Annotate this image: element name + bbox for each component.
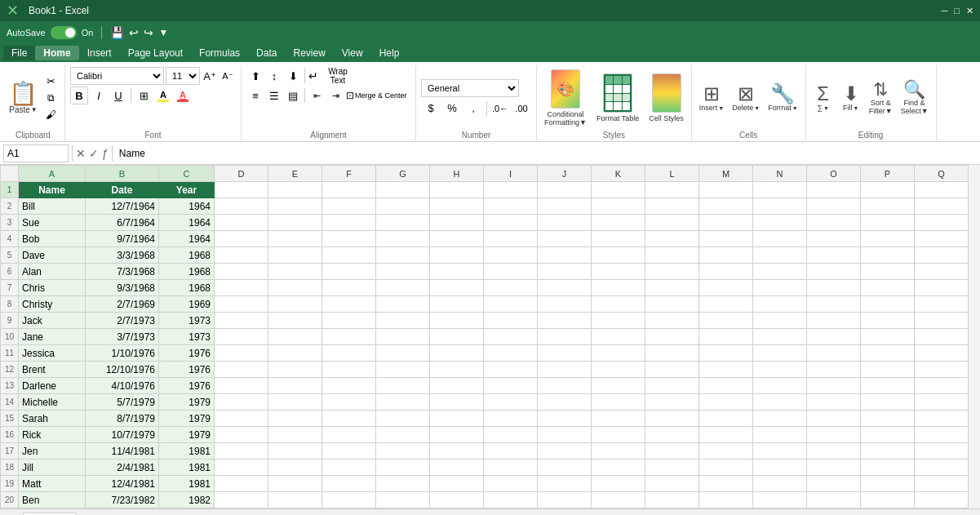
cell-empty[interactable]: [268, 394, 322, 411]
cell-empty[interactable]: [538, 427, 592, 443]
format-table-button[interactable]: Format Table: [594, 71, 641, 125]
cell-year[interactable]: 1979: [159, 394, 215, 411]
cell-date[interactable]: 8/7/1979: [86, 411, 159, 427]
cell-empty[interactable]: [699, 198, 753, 215]
cell-empty[interactable]: [484, 427, 538, 443]
cell-empty[interactable]: [592, 296, 645, 313]
cell-empty[interactable]: [807, 231, 861, 247]
cell-empty[interactable]: [861, 215, 915, 231]
fill-color-button[interactable]: A: [154, 87, 172, 104]
cell-empty[interactable]: [699, 427, 753, 443]
cell-empty[interactable]: [322, 329, 376, 345]
cell-date[interactable]: 1/10/1976: [86, 345, 159, 362]
cell-empty[interactable]: [322, 264, 376, 280]
bold-button[interactable]: B: [70, 87, 88, 104]
cell-name[interactable]: Sue: [19, 215, 86, 231]
cell-empty[interactable]: [915, 427, 969, 443]
cell-empty[interactable]: [430, 460, 484, 476]
cell-empty[interactable]: [484, 378, 538, 394]
cell-empty[interactable]: [861, 247, 915, 264]
cell-name[interactable]: Christy: [19, 296, 86, 313]
cell-empty[interactable]: [645, 231, 699, 247]
cell-empty[interactable]: [376, 460, 430, 476]
col-header-g[interactable]: G: [376, 166, 430, 182]
cell-empty[interactable]: [592, 411, 645, 427]
cell-date[interactable]: 9/3/1968: [86, 280, 159, 296]
cell-empty[interactable]: [807, 492, 861, 508]
cell-empty[interactable]: [484, 280, 538, 296]
cell-empty[interactable]: [807, 264, 861, 280]
cell-empty[interactable]: [376, 345, 430, 362]
cell-empty[interactable]: [807, 394, 861, 411]
cell-name[interactable]: Brent: [19, 362, 86, 378]
cell-empty[interactable]: [753, 460, 807, 476]
cell-empty[interactable]: [376, 329, 430, 345]
cell-empty[interactable]: [753, 198, 807, 215]
cell-date[interactable]: 3/7/1973: [86, 329, 159, 345]
cell-empty[interactable]: [322, 411, 376, 427]
cell-empty[interactable]: [215, 215, 268, 231]
col-header-c[interactable]: C: [159, 166, 215, 182]
col-header-b[interactable]: B: [86, 166, 159, 182]
cell-empty[interactable]: [645, 182, 699, 198]
cell-date[interactable]: 7/23/1982: [86, 492, 159, 508]
cell-empty[interactable]: [861, 264, 915, 280]
cell-empty[interactable]: [861, 231, 915, 247]
cell-empty[interactable]: [484, 296, 538, 313]
cell-empty[interactable]: [753, 394, 807, 411]
cell-empty[interactable]: [699, 492, 753, 508]
cell-empty[interactable]: [430, 378, 484, 394]
number-format-select[interactable]: General: [421, 79, 519, 97]
col-header-d[interactable]: D: [215, 166, 268, 182]
menu-data[interactable]: Data: [248, 46, 285, 60]
borders-button[interactable]: ⊞: [135, 87, 153, 104]
cell-date[interactable]: Date: [86, 182, 159, 198]
cell-year[interactable]: 1979: [159, 411, 215, 427]
cell-empty[interactable]: [215, 313, 268, 329]
cell-empty[interactable]: [807, 198, 861, 215]
cell-empty[interactable]: [376, 394, 430, 411]
save-button[interactable]: 💾: [110, 26, 124, 39]
cell-empty[interactable]: [430, 182, 484, 198]
cell-empty[interactable]: [484, 411, 538, 427]
cell-empty[interactable]: [538, 460, 592, 476]
cell-empty[interactable]: [753, 378, 807, 394]
cell-empty[interactable]: [215, 345, 268, 362]
cell-empty[interactable]: [645, 460, 699, 476]
cancel-formula-button[interactable]: ✕: [76, 147, 86, 160]
cell-empty[interactable]: [861, 313, 915, 329]
cell-empty[interactable]: [807, 182, 861, 198]
cell-empty[interactable]: [753, 264, 807, 280]
cell-empty[interactable]: [915, 313, 969, 329]
cell-empty[interactable]: [376, 443, 430, 460]
cell-name[interactable]: Darlene: [19, 378, 86, 394]
cell-year[interactable]: Year: [159, 182, 215, 198]
currency-button[interactable]: $: [421, 100, 441, 118]
cell-empty[interactable]: [484, 182, 538, 198]
cell-year[interactable]: 1981: [159, 476, 215, 492]
cell-empty[interactable]: [699, 313, 753, 329]
cell-date[interactable]: 5/7/1979: [86, 394, 159, 411]
cell-empty[interactable]: [592, 247, 645, 264]
cell-empty[interactable]: [322, 378, 376, 394]
cell-empty[interactable]: [645, 345, 699, 362]
cell-empty[interactable]: [699, 394, 753, 411]
cell-empty[interactable]: [915, 378, 969, 394]
menu-help[interactable]: Help: [371, 46, 408, 60]
merge-center-button[interactable]: ⊡ Merge & Center: [345, 87, 410, 104]
cell-date[interactable]: 12/7/1964: [86, 198, 159, 215]
cell-date[interactable]: 6/7/1964: [86, 215, 159, 231]
cell-empty[interactable]: [753, 443, 807, 460]
cell-empty[interactable]: [376, 231, 430, 247]
cell-empty[interactable]: [538, 362, 592, 378]
autosave-toggle[interactable]: [51, 26, 77, 39]
cell-empty[interactable]: [215, 247, 268, 264]
cell-empty[interactable]: [699, 476, 753, 492]
col-header-e[interactable]: E: [268, 166, 322, 182]
font-decrease-button[interactable]: A⁻: [220, 68, 236, 84]
cell-empty[interactable]: [215, 460, 268, 476]
cell-date[interactable]: 7/3/1968: [86, 264, 159, 280]
cell-empty[interactable]: [322, 182, 376, 198]
cell-empty[interactable]: [268, 296, 322, 313]
cell-empty[interactable]: [268, 492, 322, 508]
